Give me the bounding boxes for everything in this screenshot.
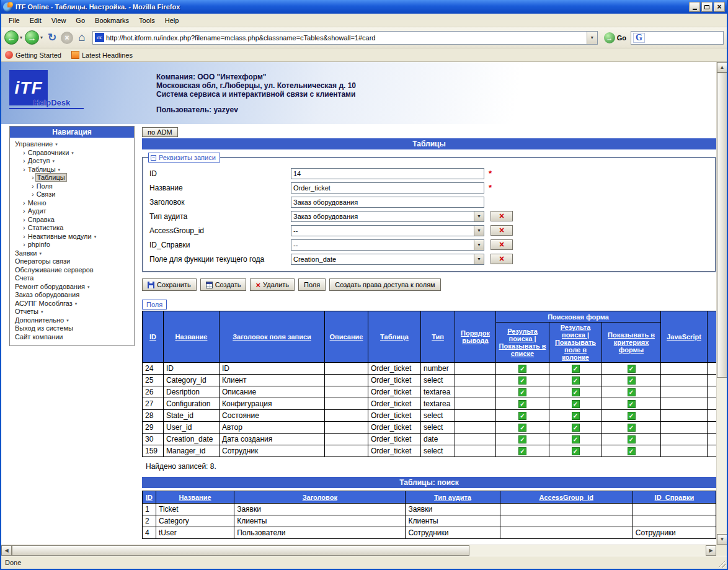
create-field-rights-button[interactable]: Создать права доступа к полям: [329, 278, 440, 291]
field-input[interactable]: [291, 197, 484, 208]
nav-item[interactable]: Обслуживание серверов: [11, 266, 133, 275]
bookmark-item[interactable]: Latest Headlines: [71, 51, 133, 59]
vertical-scroll-thumb[interactable]: [717, 73, 727, 378]
field-select[interactable]: --▼: [291, 239, 484, 251]
nav-item[interactable]: ›Меню: [11, 199, 133, 208]
column-header[interactable]: AccessGroup_id: [500, 491, 633, 504]
column-header[interactable]: от: [708, 311, 717, 363]
go-button[interactable]: → Go: [601, 32, 629, 43]
column-header[interactable]: Тип: [421, 311, 455, 363]
forward-dropdown-icon[interactable]: ▾: [40, 35, 43, 40]
field-label: Заголовок: [149, 198, 291, 207]
nav-item[interactable]: Отчеты▾: [11, 308, 133, 316]
url-bar[interactable]: iTF http://hot.itform.ru/index.php?filen…: [92, 31, 598, 45]
nav-item[interactable]: Заявки▾: [11, 249, 133, 258]
nav-item[interactable]: Заказ оборудования: [11, 291, 133, 300]
company-info: Компания: ООО "Интехформ" Московская обл…: [156, 73, 356, 114]
nav-item[interactable]: Выход из системы: [11, 324, 133, 333]
search-column-header[interactable]: Результа поиска | Показывать в списке: [496, 323, 549, 363]
save-button[interactable]: Сохранить: [142, 278, 197, 291]
forward-button[interactable]: →: [25, 30, 39, 45]
url-history-dropdown[interactable]: ▾: [587, 32, 597, 44]
home-button[interactable]: ⌂: [75, 31, 89, 45]
search-column-header[interactable]: Результа поиска | Показывать поле в коло…: [549, 323, 602, 363]
menu-item-tools[interactable]: Tools: [134, 15, 160, 26]
minimize-button[interactable]: [689, 2, 700, 12]
scroll-down-icon[interactable]: ▼: [717, 534, 727, 545]
maximize-button[interactable]: [701, 2, 712, 12]
delete-value-button[interactable]: ×: [491, 225, 513, 236]
delete-value-button[interactable]: ×: [491, 254, 513, 264]
column-header[interactable]: Название: [156, 491, 234, 504]
nav-item[interactable]: АСУПГ Мособлгаз▾: [11, 300, 133, 308]
search-engine-icon[interactable]: G: [633, 33, 645, 43]
adm-button[interactable]: по ADM: [142, 127, 178, 137]
field-input[interactable]: [291, 182, 484, 194]
nav-item[interactable]: ›phpinfo: [11, 241, 133, 249]
back-dropdown-icon[interactable]: ▾: [20, 35, 22, 40]
field-select[interactable]: --▼: [291, 225, 484, 236]
column-header[interactable]: Порядок вывода: [455, 311, 496, 363]
nav-item-label: Отчеты: [14, 308, 39, 315]
nav-item[interactable]: ›Аудит: [11, 207, 133, 216]
field-select[interactable]: Заказ оборудования▼: [291, 211, 484, 222]
nav-item[interactable]: Управление▾: [11, 140, 133, 149]
menu-item-help[interactable]: Help: [160, 15, 184, 26]
search-input[interactable]: G: [631, 31, 724, 45]
reload-button[interactable]: ↻: [45, 31, 59, 45]
column-header[interactable]: Название: [164, 311, 220, 363]
field-input[interactable]: [291, 168, 484, 179]
column-header[interactable]: ID_Справки: [633, 491, 716, 504]
nav-item[interactable]: ›Статистика: [11, 224, 133, 233]
menu-item-bookmarks[interactable]: Bookmarks: [90, 15, 134, 26]
scroll-up-icon[interactable]: ▲: [717, 62, 727, 73]
nav-item[interactable]: Ремонт оборудования▾: [11, 283, 133, 292]
column-header[interactable]: Заголовок: [234, 491, 406, 504]
field-select[interactable]: Creation_date▼: [291, 254, 484, 265]
back-button[interactable]: ←: [4, 30, 19, 45]
column-header[interactable]: ID: [143, 491, 156, 504]
nav-item[interactable]: ›Таблицы: [11, 174, 133, 182]
collapse-icon[interactable]: −: [151, 155, 156, 161]
menu-item-edit[interactable]: Edit: [25, 15, 47, 26]
menu-item-file[interactable]: File: [4, 15, 25, 26]
column-header[interactable]: Тип аудита: [406, 491, 500, 504]
nav-item[interactable]: Счета: [11, 274, 133, 283]
nav-item[interactable]: Дополнительно▾: [11, 316, 133, 325]
go-label: Go: [617, 34, 626, 42]
vertical-scrollbar[interactable]: ▲ ▼: [716, 62, 727, 545]
nav-item[interactable]: ›Поля: [11, 182, 133, 191]
create-button[interactable]: Создать: [200, 278, 247, 291]
column-header[interactable]: Описание: [325, 311, 368, 363]
title-bar[interactable]: ITF Online - Таблицы. Настройка. - Mozil…: [1, 0, 727, 14]
nav-item[interactable]: ›Неактивные модули▾: [11, 233, 133, 241]
nav-item[interactable]: ›Таблицы▾: [11, 166, 133, 174]
scroll-left-icon[interactable]: ◀: [1, 545, 12, 556]
search-column-header[interactable]: Показывать в критериях формы: [602, 323, 661, 363]
nav-item[interactable]: ›Доступ▾: [11, 157, 133, 166]
url-text[interactable]: http://hot.itform.ru/index.php?filename=…: [106, 34, 587, 42]
column-header[interactable]: JavaScript: [661, 311, 708, 363]
menu-item-view[interactable]: View: [47, 15, 71, 26]
menu-item-go[interactable]: Go: [71, 15, 90, 26]
resize-grip[interactable]: [717, 559, 726, 568]
nav-item[interactable]: ›Справочники▾: [11, 149, 133, 158]
scroll-right-icon[interactable]: ▶: [706, 545, 716, 556]
bookmark-item[interactable]: Getting Started: [5, 51, 61, 59]
stop-button[interactable]: ×: [61, 32, 73, 44]
column-header[interactable]: Заголовок поля записи: [220, 311, 325, 363]
nav-item[interactable]: ›Связи: [11, 190, 133, 199]
column-header[interactable]: ID: [143, 311, 164, 363]
nav-item[interactable]: Операторы связи: [11, 257, 133, 266]
column-header[interactable]: Таблица: [368, 311, 421, 363]
horizontal-scroll-thumb[interactable]: [12, 545, 469, 556]
delete-value-button[interactable]: ×: [491, 211, 513, 221]
delete-value-button[interactable]: ×: [491, 239, 513, 250]
close-button[interactable]: ×: [714, 2, 725, 12]
nav-item[interactable]: ›Справка: [11, 216, 133, 225]
fields-button[interactable]: Поля: [298, 278, 326, 291]
nav-item[interactable]: Сайт компании: [11, 333, 133, 342]
horizontal-scrollbar[interactable]: ◀ ▶: [1, 545, 727, 556]
cell: [325, 422, 368, 434]
delete-button[interactable]: ×Удалить: [250, 278, 295, 291]
